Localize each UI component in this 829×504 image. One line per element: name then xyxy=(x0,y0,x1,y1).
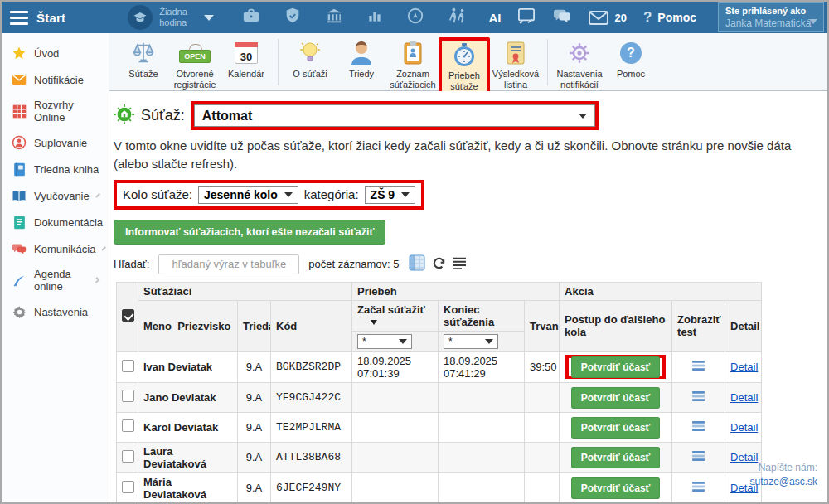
help-button[interactable]: ? Pomoc xyxy=(643,9,696,26)
toolbar-item-pomoc[interactable]: ? Pomoc xyxy=(605,37,657,80)
briefcase-icon[interactable] xyxy=(242,7,260,28)
toolbar-item-sutaze[interactable]: Súťaže xyxy=(118,37,169,80)
column-header-code[interactable]: Kód xyxy=(271,300,352,351)
column-header-end[interactable]: Koniec súťaženia xyxy=(439,300,525,331)
detail-link[interactable]: Detail xyxy=(730,421,758,434)
competitor-code: TE2MPJLRMA xyxy=(271,412,352,442)
start-time: 18.09.2025 07:01:39 xyxy=(352,351,439,382)
table-row: Jano Deviatak 9.A YF9CGJ422C Potvrdiť úč… xyxy=(117,382,762,412)
round-select[interactable]: Jesenné kolo xyxy=(198,186,298,204)
show-test-icon[interactable] xyxy=(692,361,705,373)
sidebar-item-triedna-kniha[interactable]: Triedna kniha xyxy=(2,156,109,182)
toolbar-item-o-sutazi[interactable]: O súťaži xyxy=(284,37,336,80)
show-test-icon[interactable] xyxy=(692,451,705,463)
toolbar-item-vysledkova-listina[interactable]: Výsledková listina xyxy=(490,37,541,90)
toolbar-item-zoznam-sutaziacich[interactable]: Zoznam súťažiacich xyxy=(387,37,439,90)
refresh-icon[interactable] xyxy=(432,256,446,273)
competitor-class: 9.A xyxy=(238,472,271,503)
column-header-show-test[interactable]: Zobraziť test xyxy=(672,300,725,351)
compass-navigation-icon[interactable] xyxy=(406,7,424,28)
confirm-participation-button[interactable]: Potvrdiť účasť xyxy=(571,417,661,439)
page-description: V tomto okne uvidíte už počas súťaže, kt… xyxy=(114,137,821,173)
annotation-box-competition: Attomat xyxy=(191,101,599,130)
search-input[interactable] xyxy=(158,254,299,274)
duration xyxy=(525,442,560,472)
competitor-class: 9.A xyxy=(238,442,271,472)
confirm-participation-button[interactable]: Potvrdiť účasť xyxy=(571,387,661,409)
contact-email-link[interactable]: sutaze@asc.sk xyxy=(749,475,817,489)
bank-building-icon[interactable] xyxy=(325,7,343,28)
sidebar-item-suplovanie[interactable]: Suplovanie xyxy=(2,129,109,156)
competition-select[interactable]: Attomat xyxy=(194,104,595,127)
toolbar-item-nastavenia-notifikacii[interactable]: Nastavenia notifikácií xyxy=(554,37,605,90)
hamburger-menu-icon[interactable] xyxy=(10,11,28,25)
confirm-participation-button[interactable]: Potvrdiť účasť xyxy=(571,447,661,468)
column-header-start[interactable]: Začal súťažiť xyxy=(352,300,439,331)
column-header-detail[interactable]: Detail xyxy=(725,300,762,351)
show-test-icon[interactable] xyxy=(692,421,705,434)
screen-cast-icon[interactable] xyxy=(517,7,536,27)
sidebar-item-dokumentacia[interactable]: Dokumentácia xyxy=(2,209,109,235)
list-view-icon[interactable] xyxy=(453,257,467,272)
row-checkbox[interactable] xyxy=(122,360,134,372)
detail-link[interactable]: Detail xyxy=(730,391,758,404)
bar-chart-icon[interactable] xyxy=(366,7,383,27)
graduation-cap-icon[interactable] xyxy=(128,5,153,30)
column-header-first-name[interactable]: Meno Priezvisko xyxy=(138,300,238,351)
chat-bubbles-icon[interactable] xyxy=(552,7,572,27)
row-checkbox[interactable] xyxy=(122,450,134,463)
category-selected-value: ZŠ 9 xyxy=(371,188,395,201)
toolbar-item-label: Kalendár xyxy=(228,69,264,80)
ai-assistant-button[interactable]: AI xyxy=(488,11,501,25)
end-time xyxy=(439,442,525,472)
sidebar-item-nastavenia[interactable]: Nastavenia xyxy=(2,298,109,325)
select-all-checkbox[interactable] xyxy=(122,309,134,322)
category-select[interactable]: ZŠ 9 xyxy=(365,186,416,204)
toolbar-item-kalendar[interactable]: 30 Kalendár xyxy=(221,37,272,80)
chevron-down-icon xyxy=(204,15,214,21)
row-checkbox[interactable] xyxy=(122,390,134,402)
sidebar-item-rozvrhy-online[interactable]: Rozvrhy Online xyxy=(2,93,109,129)
toolbar-item-label: Pomoc xyxy=(617,69,645,80)
mail-button[interactable]: 20 xyxy=(589,11,626,25)
row-checkbox[interactable] xyxy=(122,419,134,432)
sidebar-item-vyucovanie[interactable]: Vyučovanie xyxy=(2,182,109,209)
chevron-down-icon xyxy=(809,19,817,24)
column-header-advance[interactable]: Postup do ďalšieho kola xyxy=(560,300,672,351)
select-all-cell xyxy=(117,282,138,351)
end-time xyxy=(439,382,525,412)
duration: 39:50 xyxy=(525,351,560,382)
toolbar-item-otvorene-registracie[interactable]: OPEN Otvorené registrácie xyxy=(169,37,221,90)
toolbar-item-priebeh-sutaze-highlighted[interactable]: Priebeh súťaže xyxy=(439,37,490,95)
sidebar-item-agenda-online[interactable]: Agenda online xyxy=(2,262,109,298)
confirm-participation-button[interactable]: Potvrdiť účasť xyxy=(571,477,661,499)
show-test-icon[interactable] xyxy=(692,482,705,494)
sidebar-item-komunikacia[interactable]: Komunikácia xyxy=(2,235,109,262)
competitor-code: 6JECF249NY xyxy=(271,472,352,503)
sidebar-item-uvod[interactable]: Úvod xyxy=(2,40,109,66)
logged-in-user-selector[interactable]: Ste prihlásený ako Janka Matematická xyxy=(718,2,824,32)
inform-competitors-button[interactable]: Informovať súťažiacich, ktorí ešte nezač… xyxy=(114,220,385,245)
toolbar-item-label: Zoznam súťažiacich xyxy=(387,69,439,90)
walking-people-icon[interactable] xyxy=(448,7,468,28)
start-menu-label[interactable]: Štart xyxy=(36,11,65,25)
mail-unread-count: 20 xyxy=(614,12,626,24)
confirm-participation-button[interactable]: Potvrdiť účasť xyxy=(571,356,661,378)
substitute-person-icon xyxy=(12,135,27,150)
sidebar-item-label: Triedna kniha xyxy=(34,163,99,176)
column-header-duration[interactable]: Trvanie xyxy=(525,300,560,351)
shield-check-icon[interactable] xyxy=(284,7,302,28)
current-lesson-selector[interactable]: Žiadna hodina xyxy=(159,7,214,27)
toolbar-item-triedy[interactable]: Triedy xyxy=(336,37,387,80)
show-test-icon[interactable] xyxy=(692,391,705,404)
sidebar-item-notifikacie[interactable]: Notifikácie xyxy=(2,66,109,93)
competitor-code: YF9CGJ422C xyxy=(271,382,352,412)
column-settings-icon[interactable] xyxy=(409,254,425,274)
end-filter-select[interactable]: * xyxy=(444,334,498,349)
current-lesson-label: Žiadna hodina xyxy=(159,7,199,27)
start-filter-select[interactable]: * xyxy=(357,334,412,349)
column-header-class[interactable]: Trieda xyxy=(238,300,271,351)
detail-link[interactable]: Detail xyxy=(730,361,758,373)
round-selected-value: Jesenné kolo xyxy=(204,188,278,201)
row-checkbox[interactable] xyxy=(122,481,134,493)
